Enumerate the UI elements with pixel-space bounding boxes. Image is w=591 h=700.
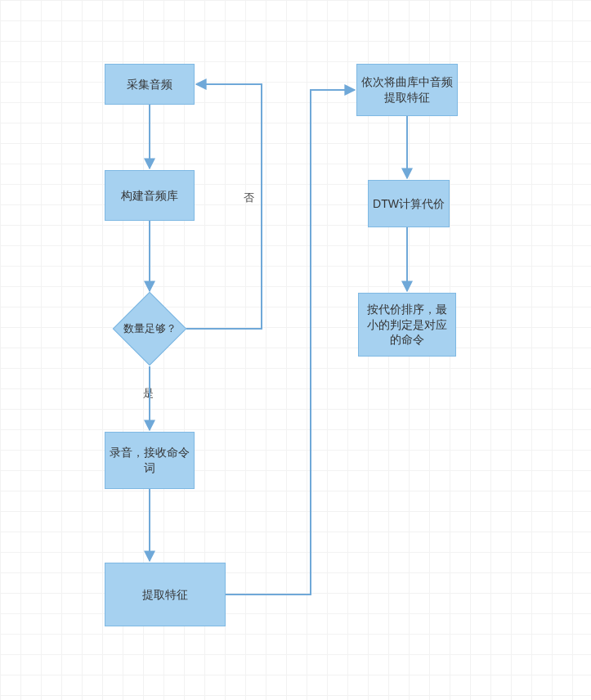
node-label: DTW计算代价 xyxy=(373,196,445,212)
node-enough-quantity: 数量足够？ xyxy=(113,292,186,366)
node-label: 采集音频 xyxy=(127,77,172,92)
node-sort-result: 按代价排序，最小的判定是对应的命令 xyxy=(358,293,456,357)
edge-label-no: 否 xyxy=(244,191,254,205)
node-extract-library-features: 依次将曲库中音频提取特征 xyxy=(356,64,458,116)
node-extract-features: 提取特征 xyxy=(105,563,226,626)
node-label: 提取特征 xyxy=(142,587,188,603)
node-record-command: 录音，接收命令词 xyxy=(105,432,195,489)
node-label: 依次将曲库中音频提取特征 xyxy=(360,74,454,105)
node-label: 构建音频库 xyxy=(121,188,178,204)
edge-label-yes: 是 xyxy=(143,386,154,401)
node-build-library: 构建音频库 xyxy=(105,170,195,221)
node-label: 按代价排序，最小的判定是对应的命令 xyxy=(362,302,452,348)
node-label: 数量足够？ xyxy=(113,292,186,366)
node-label: 录音，接收命令词 xyxy=(109,445,190,476)
node-dtw-cost: DTW计算代价 xyxy=(368,180,450,227)
edge-n3-n1 xyxy=(186,84,262,329)
edge-n5-n6 xyxy=(226,90,355,595)
edges-layer xyxy=(0,0,591,700)
node-collect-audio: 采集音频 xyxy=(105,64,195,105)
